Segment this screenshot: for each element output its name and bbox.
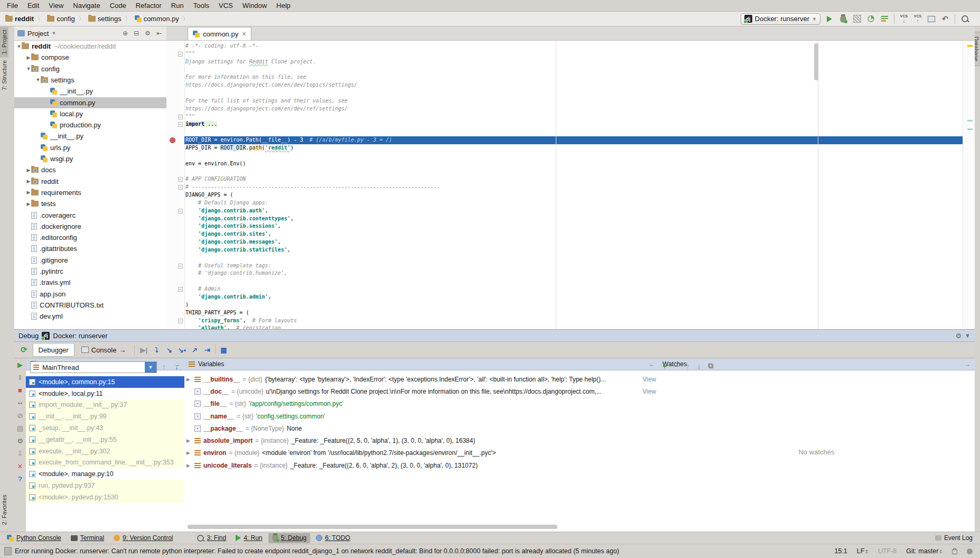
tool-window-tab-1-Project[interactable]: 1: Project xyxy=(0,26,8,57)
close-button[interactable]: ✕ xyxy=(14,460,26,472)
view-link[interactable]: View xyxy=(639,376,656,383)
run-configuration-select[interactable]: dj Docker: runserver ▼ xyxy=(741,13,820,25)
breadcrumb-item-common.py[interactable]: common.py xyxy=(134,14,180,23)
tool-window-tab-2-Favorites[interactable]: 2: Favorites xyxy=(0,491,8,528)
undo-button[interactable]: ↶ xyxy=(939,13,951,25)
hide-tool-window-icon[interactable]: ▼ xyxy=(965,332,970,339)
stack-frame-row[interactable]: <module>, local.py:11 xyxy=(26,388,184,399)
tab-console[interactable]: Console→ xyxy=(76,343,132,357)
run-button[interactable] xyxy=(824,13,835,25)
variable-row[interactable]: ▪__name__= {str}'config.settings.common' xyxy=(184,410,658,422)
status-message-icon[interactable] xyxy=(4,547,12,555)
tree-item-dev-yml[interactable]: dev.yml xyxy=(14,311,166,322)
collapse-arrow-icon[interactable]: ▼ xyxy=(16,44,22,49)
view-link[interactable]: View xyxy=(639,388,656,395)
chevron-down-icon[interactable]: ▼ xyxy=(145,362,156,373)
status-message[interactable]: Error running Docker: runserver: Can't r… xyxy=(15,547,619,555)
tree-item-__init__-py[interactable]: __init__.py xyxy=(14,86,166,97)
step-out-button[interactable]: ↗ xyxy=(188,344,201,356)
stack-frame-row[interactable]: _setup, __init__.py:43 xyxy=(26,422,184,434)
run-to-cursor-button[interactable]: ⇥ xyxy=(201,344,213,356)
step-over-button[interactable]: ⤵ xyxy=(150,344,163,356)
menu-item-navigate[interactable]: Navigate xyxy=(68,0,105,12)
breadcrumb-item-reddit[interactable]: reddit xyxy=(4,14,35,23)
stack-frame-row[interactable]: __init__, __init__.py:99 xyxy=(26,411,184,422)
variable-row[interactable]: ▪__file__= {str}'/app/config/settings/co… xyxy=(184,398,658,410)
expand-arrow-icon[interactable]: ▶ xyxy=(186,377,192,382)
tree-item-settings[interactable]: ▼settings xyxy=(14,75,166,86)
tool-window-button-9-Version-Control[interactable]: 9: Version Control xyxy=(110,533,176,543)
collapse-all-button[interactable]: ⊟ xyxy=(132,30,141,37)
editor-scrollbar-thumb[interactable] xyxy=(814,43,818,80)
lock-icon[interactable] xyxy=(952,550,957,554)
stack-frame-row[interactable]: run, pydevd.py:937 xyxy=(26,480,184,491)
close-tab-icon[interactable]: ✕ xyxy=(241,31,246,38)
tree-item-wsgi-py[interactable]: wsgi.py xyxy=(14,153,166,164)
fold-marker-icon[interactable]: − xyxy=(178,264,183,268)
expand-arrow-icon[interactable]: ▶ xyxy=(186,463,192,468)
hector-icon[interactable] xyxy=(967,548,973,554)
tree-item-requirements[interactable]: ▶requirements xyxy=(14,187,166,198)
detach-icon[interactable]: → xyxy=(648,361,654,367)
force-step-into-button[interactable]: ↘• xyxy=(175,344,188,356)
fold-marker-icon[interactable]: − xyxy=(178,287,183,292)
collapse-arrow-icon[interactable]: ▼ xyxy=(26,66,31,71)
menu-item-help[interactable]: Help xyxy=(272,0,295,12)
recent-changes-button[interactable] xyxy=(926,13,937,25)
warning-stripe-mark[interactable] xyxy=(967,45,973,47)
tree-item-local-py[interactable]: local.py xyxy=(14,108,166,119)
tree-item--travis-yml[interactable]: .travis.yml xyxy=(14,277,166,288)
tab-debugger[interactable]: Debugger xyxy=(33,343,74,357)
thread-selector[interactable]: MainThread ▼ xyxy=(30,361,157,373)
tree-item-reddit[interactable]: ▼reddit~/cookiecutter/reddit xyxy=(14,41,166,52)
variable-row[interactable]: ▪__package__= {NoneType}None xyxy=(184,422,658,434)
menu-item-refactor[interactable]: Refactor xyxy=(131,0,166,12)
tree-item-docs[interactable]: ▶docs xyxy=(14,164,166,175)
fold-marker-icon[interactable]: − xyxy=(178,52,183,57)
menu-item-edit[interactable]: Edit xyxy=(23,0,44,12)
settings-gear-icon[interactable]: ⚙ xyxy=(955,332,962,339)
menu-item-run[interactable]: Run xyxy=(166,0,189,12)
view-breakpoints-button[interactable]: ●● xyxy=(14,396,26,409)
tool-window-button-Terminal[interactable]: Terminal xyxy=(67,533,108,543)
detach-icon[interactable]: → xyxy=(965,361,970,367)
expand-arrow-icon[interactable]: ▶ xyxy=(186,450,192,455)
tree-item-config[interactable]: ▼config xyxy=(14,63,166,75)
tree-item-CONTRIBUTORS-txt[interactable]: CONTRIBUTORS.txt xyxy=(14,300,166,311)
tool-window-button-Python-Console[interactable]: Python Console xyxy=(3,533,65,543)
expand-arrow-icon[interactable]: ▶ xyxy=(26,201,31,207)
run-with-options-button[interactable] xyxy=(879,13,890,25)
expand-arrow-icon[interactable]: ▶ xyxy=(26,190,31,195)
help-button[interactable]: ? xyxy=(14,472,26,485)
mute-breakpoints-button[interactable]: ⊘ xyxy=(14,409,26,422)
breadcrumb-item-config[interactable]: config xyxy=(46,14,76,23)
tree-item-urls-py[interactable]: urls.py xyxy=(14,142,166,153)
variable-row[interactable]: ▪__doc__= {unicode}u'\nDjango settings f… xyxy=(184,385,658,397)
stack-frame-row[interactable]: <module>, pydevd.py:1530 xyxy=(26,491,184,503)
add-watch-button[interactable]: + xyxy=(662,362,667,370)
line-separator-widget[interactable]: LF⇕ xyxy=(857,547,869,555)
evaluate-expression-button[interactable]: ▦ xyxy=(217,344,230,356)
tree-item-compose[interactable]: ▶compose xyxy=(14,52,166,63)
rerun-icon[interactable]: ⟳ xyxy=(16,345,32,355)
info-stripe-mark[interactable] xyxy=(967,128,973,130)
tool-window-button-5-Debug[interactable]: 5: Debug xyxy=(268,533,311,543)
fold-marker-icon[interactable]: − xyxy=(178,185,183,190)
stack-frame-row[interactable]: import_module, __init__.py:37 xyxy=(26,399,184,411)
tree-item-__init__-py[interactable]: __init__.py xyxy=(14,131,166,142)
menu-item-vcs[interactable]: VCS xyxy=(214,0,238,12)
tree-item--coveragerc[interactable]: .coveragerc xyxy=(14,210,166,221)
tree-item-app-json[interactable]: app.json xyxy=(14,289,166,300)
editor-tab-common-py[interactable]: common.py ✕ xyxy=(188,27,251,40)
vcs-update-button[interactable]: VCS↓ xyxy=(898,13,910,25)
chevron-down-icon[interactable]: ▼ xyxy=(51,31,56,36)
fold-marker-icon[interactable]: − xyxy=(178,115,183,119)
tree-item--gitattributes[interactable]: .gitattributes xyxy=(14,243,166,254)
tool-window-button-3-Find[interactable]: 3: Find xyxy=(193,533,230,543)
expand-arrow-icon[interactable]: ▶ xyxy=(26,168,31,173)
menu-item-code[interactable]: Code xyxy=(105,0,131,12)
breakpoint-icon[interactable] xyxy=(170,137,175,143)
tree-item--pylintrc[interactable]: .pylintrc xyxy=(14,266,166,277)
info-stripe-mark[interactable] xyxy=(967,120,973,122)
tool-window-button-4-Run[interactable]: 4: Run xyxy=(232,533,266,543)
